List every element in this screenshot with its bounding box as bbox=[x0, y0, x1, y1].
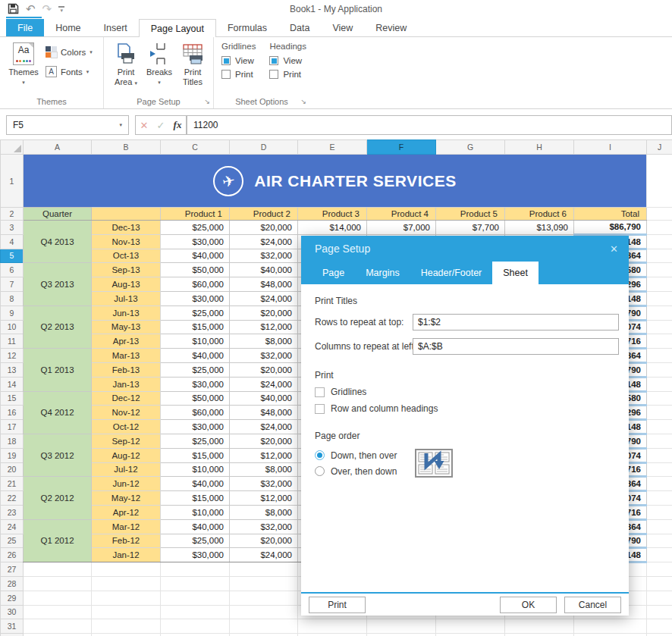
row-header-5[interactable]: 5 bbox=[1, 249, 24, 263]
month-cell[interactable]: Dec-12 bbox=[92, 391, 161, 406]
row-header-18[interactable]: 18 bbox=[1, 434, 24, 448]
cell[interactable] bbox=[24, 605, 92, 619]
cell[interactable] bbox=[647, 434, 672, 448]
data-cell[interactable]: $20,000 bbox=[230, 434, 298, 448]
themes-button[interactable]: Aa Themes ▾ bbox=[6, 42, 41, 87]
data-cell[interactable]: $30,000 bbox=[161, 234, 230, 249]
month-cell[interactable]: Aug-13 bbox=[92, 277, 161, 292]
month-cell[interactable]: Oct-12 bbox=[92, 420, 161, 434]
header-product-4[interactable]: Product 4 bbox=[367, 208, 436, 221]
ok-button[interactable]: OK bbox=[500, 597, 557, 613]
month-cell[interactable]: Aug-12 bbox=[92, 448, 161, 462]
data-cell[interactable]: $14,000 bbox=[298, 221, 367, 235]
cell[interactable] bbox=[574, 634, 647, 636]
cell[interactable] bbox=[161, 591, 230, 605]
cell-J1[interactable] bbox=[647, 155, 672, 208]
row-header-2[interactable]: 2 bbox=[1, 208, 24, 221]
cell[interactable] bbox=[647, 208, 672, 221]
cell[interactable] bbox=[161, 576, 230, 591]
data-cell[interactable]: $40,000 bbox=[161, 519, 230, 534]
row-header-19[interactable]: 19 bbox=[1, 448, 24, 462]
cell[interactable] bbox=[647, 305, 672, 320]
banner-cell[interactable]: ✈AIR CHARTER SERVICES bbox=[24, 155, 647, 208]
row-header-22[interactable]: 22 bbox=[1, 491, 24, 506]
cell[interactable] bbox=[647, 505, 672, 519]
column-header-E[interactable]: E bbox=[298, 140, 367, 155]
column-header-G[interactable]: G bbox=[436, 140, 505, 155]
row-header-9[interactable]: 9 bbox=[1, 305, 24, 320]
cell[interactable] bbox=[647, 320, 672, 334]
column-header-J[interactable]: J bbox=[647, 140, 672, 155]
data-cell[interactable]: $7,000 bbox=[367, 221, 436, 235]
month-cell[interactable]: Jan-12 bbox=[92, 548, 161, 562]
cell[interactable] bbox=[647, 406, 672, 420]
print-titles-button[interactable]: Print Titles bbox=[177, 42, 209, 88]
data-cell[interactable]: $40,000 bbox=[230, 391, 298, 406]
fonts-button[interactable]: A Fonts ▾ bbox=[46, 66, 93, 77]
cell[interactable] bbox=[647, 448, 672, 462]
ribbon-tab-data[interactable]: Data bbox=[278, 19, 321, 36]
data-cell[interactable]: $60,000 bbox=[161, 406, 230, 420]
cell[interactable] bbox=[367, 619, 436, 634]
radio-option-down-then-over[interactable]: Down, then over bbox=[315, 450, 397, 461]
month-cell[interactable]: Dec-13 bbox=[92, 221, 161, 235]
data-cell[interactable]: $8,000 bbox=[230, 462, 298, 477]
cell[interactable] bbox=[647, 377, 672, 391]
cell[interactable] bbox=[230, 605, 298, 619]
cell[interactable] bbox=[647, 634, 672, 636]
header-total[interactable]: Total bbox=[574, 208, 647, 221]
header-product-6[interactable]: Product 6 bbox=[505, 208, 574, 221]
cell[interactable] bbox=[230, 591, 298, 605]
month-cell[interactable]: Apr-13 bbox=[92, 334, 161, 349]
data-cell[interactable]: $25,000 bbox=[161, 434, 230, 448]
sheet-options-dialog-launcher-icon[interactable]: ↘ bbox=[300, 99, 306, 105]
row-header-25[interactable]: 25 bbox=[1, 534, 24, 548]
column-header-D[interactable]: D bbox=[230, 140, 298, 155]
cell[interactable] bbox=[647, 362, 672, 377]
data-cell[interactable]: $40,000 bbox=[161, 249, 230, 263]
breaks-button[interactable]: Breaks ▾ bbox=[143, 42, 175, 88]
data-cell[interactable]: $48,000 bbox=[230, 277, 298, 292]
cell[interactable] bbox=[161, 562, 230, 577]
cell[interactable] bbox=[230, 576, 298, 591]
ribbon-tab-home[interactable]: Home bbox=[44, 19, 92, 36]
gridlines-print-checkbox[interactable]: Print bbox=[221, 70, 256, 79]
data-cell[interactable]: $32,000 bbox=[230, 249, 298, 263]
cell[interactable] bbox=[24, 562, 92, 577]
cancel-entry-icon[interactable]: ✕ bbox=[140, 120, 149, 131]
quarter-cell[interactable]: Q3 2012 bbox=[24, 434, 92, 476]
data-cell[interactable]: $60,000 bbox=[161, 277, 230, 292]
data-cell[interactable]: $15,000 bbox=[161, 491, 230, 506]
row-header-21[interactable]: 21 bbox=[1, 477, 24, 491]
dialog-title-bar[interactable]: Page Setup ✕ bbox=[301, 236, 629, 262]
cell[interactable] bbox=[647, 562, 672, 577]
column-header-A[interactable]: A bbox=[24, 140, 92, 155]
month-cell[interactable]: Sep-12 bbox=[92, 434, 161, 448]
quarter-cell[interactable]: Q1 2013 bbox=[24, 349, 92, 391]
cancel-button[interactable]: Cancel bbox=[564, 597, 621, 613]
name-box[interactable]: F5 ▾ bbox=[6, 115, 129, 135]
row-header-32[interactable]: 32 bbox=[1, 634, 24, 636]
row-header-1[interactable]: 1 bbox=[1, 155, 24, 208]
cell[interactable] bbox=[647, 349, 672, 363]
cell[interactable] bbox=[298, 634, 367, 636]
dialog-tab-header-footer[interactable]: Header/Footer bbox=[410, 262, 493, 284]
cell[interactable] bbox=[647, 391, 672, 406]
cell[interactable] bbox=[647, 477, 672, 491]
data-cell[interactable]: $12,000 bbox=[230, 448, 298, 462]
close-icon[interactable]: ✕ bbox=[610, 243, 618, 255]
row-header-27[interactable]: 27 bbox=[1, 562, 24, 577]
data-cell[interactable]: $15,000 bbox=[161, 448, 230, 462]
data-cell[interactable]: $8,000 bbox=[230, 505, 298, 519]
insert-function-icon[interactable]: fx bbox=[174, 119, 182, 131]
month-cell[interactable]: Jun-12 bbox=[92, 477, 161, 491]
data-cell[interactable]: $30,000 bbox=[161, 377, 230, 391]
gridlines-print-option[interactable]: Gridlines bbox=[315, 387, 619, 397]
data-cell[interactable]: $20,000 bbox=[230, 305, 298, 320]
month-cell[interactable]: Jul-13 bbox=[92, 291, 161, 305]
cell[interactable] bbox=[647, 548, 672, 562]
column-header-C[interactable]: C bbox=[161, 140, 230, 155]
rows-repeat-input[interactable] bbox=[413, 314, 619, 331]
ribbon-tab-formulas[interactable]: Formulas bbox=[216, 19, 278, 36]
confirm-entry-icon[interactable]: ✓ bbox=[157, 120, 165, 131]
